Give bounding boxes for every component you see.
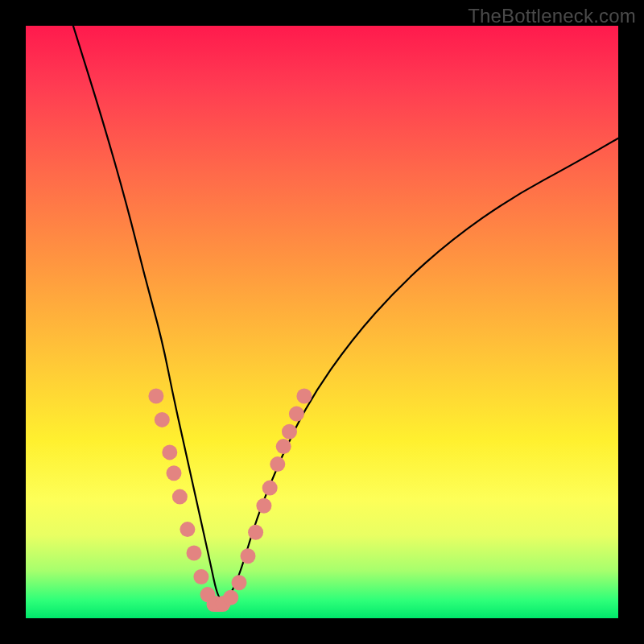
- marker-point: [289, 407, 304, 422]
- plot-area: [26, 26, 618, 618]
- marker-point: [276, 439, 291, 454]
- curve-svg: [26, 26, 618, 618]
- marker-point: [256, 498, 271, 514]
- marker-point: [282, 424, 297, 440]
- marker-point: [193, 569, 208, 584]
- watermark-text: TheBottleneck.com: [468, 5, 636, 27]
- marker-point: [167, 465, 182, 481]
- marker-group: [148, 389, 312, 613]
- marker-point: [241, 548, 256, 564]
- marker-point: [232, 575, 247, 590]
- marker-point: [162, 444, 177, 460]
- marker-point: [180, 522, 195, 537]
- marker-point: [262, 481, 278, 496]
- marker-point: [172, 489, 188, 505]
- marker-point: [223, 590, 238, 605]
- bottleneck-curve: [73, 26, 618, 601]
- marker-point: [187, 546, 202, 561]
- marker-point: [148, 389, 163, 404]
- marker-point: [270, 456, 285, 472]
- marker-point: [155, 412, 170, 427]
- marker-point: [248, 525, 263, 540]
- chart-frame: TheBottleneck.com: [0, 0, 644, 644]
- marker-point: [296, 389, 312, 404]
